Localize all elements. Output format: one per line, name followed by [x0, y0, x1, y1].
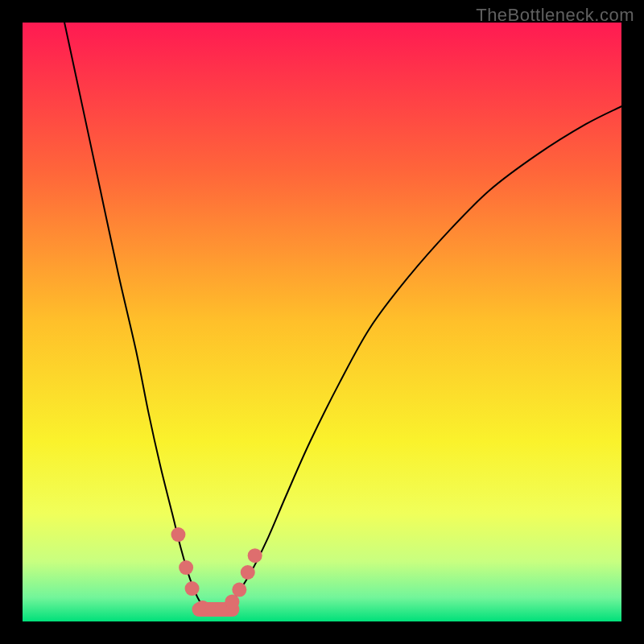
watermark-text: TheBottleneck.com [476, 5, 634, 26]
data-marker [179, 560, 193, 575]
data-marker [248, 548, 262, 563]
data-marker [171, 527, 185, 542]
data-marker [232, 583, 246, 597]
chart-frame: TheBottleneck.com [0, 0, 644, 644]
data-marker [185, 581, 200, 596]
data-marker [241, 565, 255, 580]
chart-svg [23, 23, 621, 621]
plot-area [23, 23, 621, 621]
gradient-background [23, 23, 621, 621]
